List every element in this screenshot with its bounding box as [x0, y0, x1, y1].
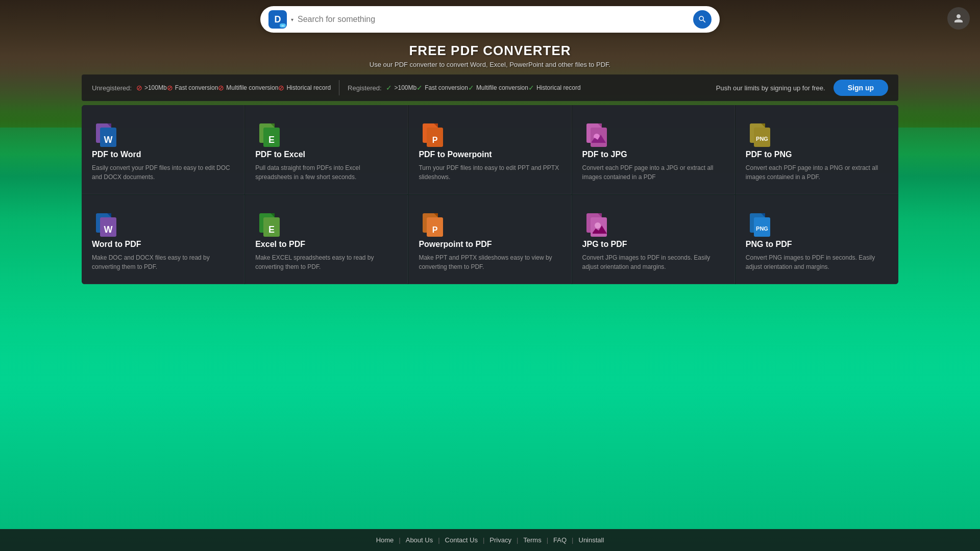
footer: Home | About Us | Contact Us | Privacy |… [0, 529, 980, 551]
footer-link-about[interactable]: About Us [406, 536, 433, 544]
converter-word-to-pdf[interactable]: W Word to PDF Make DOC and DOCX files ea… [82, 195, 244, 284]
jpg-to-pdf-icon [582, 207, 608, 238]
yes-icon-size: ✓ [386, 84, 392, 92]
registration-banner: Unregistered: ⊘ >100Mb ⊘ Fast conversion… [82, 74, 898, 101]
reg-history: ✓ Historical record [528, 84, 581, 92]
converter-title-pdf-excel: PDF to Excel [255, 150, 397, 159]
pdf-to-word-icon: W [92, 117, 117, 148]
no-icon-size: ⊘ [136, 84, 142, 92]
user-icon [952, 12, 965, 24]
converter-title-pdf-word: PDF to Word [92, 150, 234, 159]
footer-link-faq[interactable]: FAQ [553, 536, 567, 544]
yes-icon-multi: ✓ [468, 84, 474, 92]
converter-desc-pdf-jpg: Convert each PDF page into a JPG or extr… [582, 163, 724, 182]
no-icon-hist: ⊘ [278, 84, 284, 92]
converter-desc-pdf-png: Convert each PDF page into a PNG or extr… [746, 163, 888, 182]
converter-ppt-to-pdf[interactable]: P Powerpoint to PDF Make PPT and PPTX sl… [408, 195, 571, 284]
svg-text:E: E [268, 224, 275, 235]
footer-link-uninstall[interactable]: Uninstall [579, 536, 604, 544]
converter-pdf-to-jpg[interactable]: PDF to JPG Convert each PDF page into a … [572, 105, 735, 194]
converter-title-word-pdf: Word to PDF [92, 240, 234, 249]
search-button[interactable] [693, 10, 712, 29]
pdf-to-ppt-icon: P [419, 117, 444, 148]
search-icon [698, 15, 707, 24]
search-input[interactable] [298, 15, 693, 24]
excel-to-pdf-icon: E [255, 207, 281, 238]
search-bar: ∞ ▾ [260, 6, 720, 33]
pdf-to-png-icon: PNG [746, 117, 771, 148]
no-icon-multi: ⊘ [218, 84, 224, 92]
footer-link-home[interactable]: Home [376, 536, 394, 544]
svg-text:P: P [432, 136, 438, 144]
user-avatar[interactable] [947, 7, 970, 30]
footer-sep-5: | [547, 536, 548, 544]
converter-desc-pdf-word: Easily convert your PDF files into easy … [92, 163, 234, 182]
unregistered-label: Unregistered: [92, 84, 132, 92]
converter-desc-ppt-pdf: Make PPT and PPTX slideshows easy to vie… [419, 253, 560, 271]
unreg-multifile: ⊘ Multifile conversion [218, 84, 278, 92]
converter-grid: W PDF to Word Easily convert your PDF fi… [82, 105, 898, 284]
header: ∞ ▾ [0, 0, 980, 39]
logo-infinity: ∞ [280, 23, 286, 28]
converter-title-pdf-png: PDF to PNG [746, 150, 888, 159]
svg-text:E: E [268, 135, 275, 145]
unreg-fast-conv: ⊘ Fast conversion [167, 84, 218, 92]
converter-title-pdf-jpg: PDF to JPG [582, 150, 724, 159]
unreg-history: ⊘ Historical record [278, 84, 331, 92]
svg-text:W: W [104, 135, 113, 145]
pdf-to-excel-icon: E [255, 117, 281, 148]
app-logo: ∞ [268, 10, 287, 29]
yes-icon-fast: ✓ [416, 84, 423, 92]
footer-sep-2: | [438, 536, 439, 544]
footer-link-privacy[interactable]: Privacy [489, 536, 511, 544]
footer-sep-6: | [572, 536, 573, 544]
footer-link-contact[interactable]: Contact Us [445, 536, 478, 544]
converter-pdf-to-ppt[interactable]: P PDF to Powerpoint Turn your PDF files … [408, 105, 571, 194]
reg-size-limit: ✓ >100Mb [386, 84, 416, 92]
converter-title-ppt-pdf: Powerpoint to PDF [419, 240, 560, 249]
reg-fast-conv: ✓ Fast conversion [416, 84, 468, 92]
yes-icon-hist: ✓ [528, 84, 534, 92]
page-subtitle: Use our PDF converter to convert Word, E… [0, 61, 980, 68]
svg-point-35 [595, 222, 601, 229]
converter-excel-to-pdf[interactable]: E Excel to PDF Make EXCEL spreadsheets e… [245, 195, 408, 284]
converter-png-to-pdf[interactable]: PNG PNG to PDF Convert PNG images to PDF… [736, 195, 898, 284]
converter-title-excel-pdf: Excel to PDF [255, 240, 397, 249]
converter-desc-excel-pdf: Make EXCEL spreadsheets easy to read by … [255, 253, 397, 271]
footer-sep-1: | [399, 536, 400, 544]
converter-desc-pdf-ppt: Turn your PDF files into easy to edit PP… [419, 163, 560, 182]
converter-pdf-to-png[interactable]: PNG PDF to PNG Convert each PDF page int… [736, 105, 898, 194]
unreg-size-limit: ⊘ >100Mb [136, 84, 167, 92]
signup-button[interactable]: Sign up [834, 80, 888, 96]
converter-pdf-to-excel[interactable]: E PDF to Excel Pull data straight from P… [245, 105, 408, 194]
main-heading: FREE PDF CONVERTER Use our PDF converter… [0, 43, 980, 68]
push-text: Push our limits by signing up for free. [716, 84, 825, 92]
word-to-pdf-icon: W [92, 207, 117, 238]
svg-text:PNG: PNG [756, 136, 768, 142]
footer-sep-4: | [517, 536, 518, 544]
converter-title-pdf-ppt: PDF to Powerpoint [419, 150, 560, 159]
svg-text:PNG: PNG [756, 226, 768, 232]
svg-text:W: W [104, 224, 113, 235]
svg-text:P: P [432, 226, 438, 234]
converter-jpg-to-pdf[interactable]: JPG to PDF Convert JPG images to PDF in … [572, 195, 735, 284]
reg-multifile: ✓ Multifile conversion [468, 84, 528, 92]
converter-desc-pdf-excel: Pull data straight from PDFs into Excel … [255, 163, 397, 182]
banner-divider [339, 80, 339, 95]
converter-title-png-pdf: PNG to PDF [746, 240, 888, 249]
converter-desc-word-pdf: Make DOC and DOCX files easy to read by … [92, 253, 234, 271]
converter-desc-png-pdf: Convert PNG images to PDF in seconds. Ea… [746, 253, 888, 271]
registered-label: Registered: [348, 84, 381, 92]
footer-sep-3: | [483, 536, 484, 544]
converter-desc-jpg-pdf: Convert JPG images to PDF in seconds. Ea… [582, 253, 724, 271]
png-to-pdf-icon: PNG [746, 207, 771, 238]
logo-dropdown-arrow[interactable]: ▾ [291, 17, 293, 22]
no-icon-fast: ⊘ [167, 84, 173, 92]
ppt-to-pdf-icon: P [419, 207, 444, 238]
converter-title-jpg-pdf: JPG to PDF [582, 240, 724, 249]
converter-pdf-to-word[interactable]: W PDF to Word Easily convert your PDF fi… [82, 105, 244, 194]
pdf-to-jpg-icon [582, 117, 608, 148]
footer-link-terms[interactable]: Terms [523, 536, 541, 544]
page-title: FREE PDF CONVERTER [0, 43, 980, 59]
